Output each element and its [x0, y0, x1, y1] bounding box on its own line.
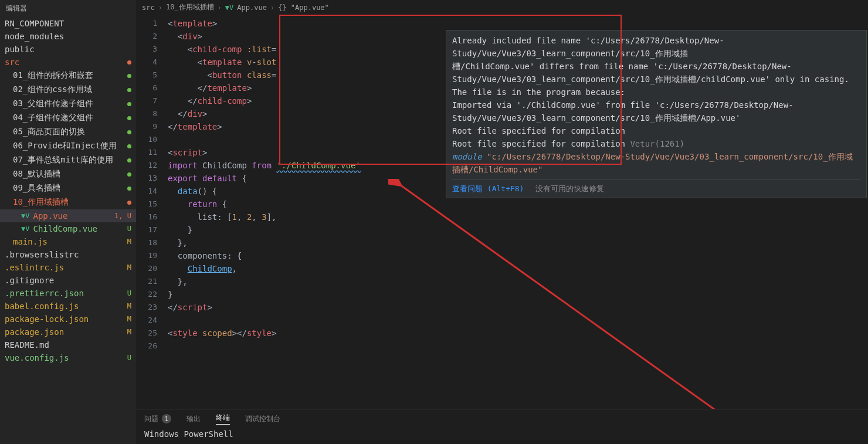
git-status: [127, 158, 131, 162]
git-status: U: [127, 289, 131, 297]
tree-item[interactable]: 10_作用域插槽: [0, 195, 136, 209]
code-line[interactable]: },: [168, 275, 868, 288]
code-line[interactable]: ChildComp,: [168, 262, 868, 275]
panel-tab[interactable]: 调试控制台: [245, 414, 280, 424]
tree-item[interactable]: node_modules: [0, 30, 136, 43]
git-status: [127, 144, 131, 148]
line-number: 8: [136, 107, 168, 120]
git-status: [127, 201, 131, 205]
tree-item-label: 06_Provide和Inject使用: [13, 141, 117, 151]
tree-item[interactable]: .browserslistrc: [0, 248, 136, 261]
tree-item-label: 07_事件总线mitt库的使用: [13, 155, 113, 165]
git-status: [127, 116, 131, 120]
code-line[interactable]: components: {: [168, 249, 868, 262]
breadcrumb-part[interactable]: 10_作用域插槽: [166, 2, 214, 12]
chevron-right-icon: ›: [270, 4, 274, 12]
tree-item[interactable]: .eslintrc.jsM: [0, 261, 136, 274]
tree-item[interactable]: 01_组件的拆分和嵌套: [0, 69, 136, 83]
line-number: 19: [136, 249, 168, 262]
module-declaration: module "c:/Users/26778/Desktop/New-Study…: [452, 150, 860, 176]
line-number: 10: [136, 133, 168, 146]
tree-item[interactable]: .gitignore: [0, 274, 136, 287]
vue-icon: V: [21, 212, 29, 220]
panel-tab[interactable]: 输出: [187, 414, 201, 424]
breadcrumb-part[interactable]: {} "App.vue": [278, 4, 329, 12]
panel-tab[interactable]: 问题1: [144, 414, 171, 424]
chevron-right-icon: ›: [218, 4, 222, 12]
tree-item[interactable]: src: [0, 56, 136, 69]
tree-item[interactable]: 02_组件的css作用域: [0, 83, 136, 97]
terminal-output[interactable]: Windows PowerShell: [136, 427, 868, 441]
git-status: [127, 102, 131, 106]
tree-item[interactable]: package.jsonM: [0, 326, 136, 338]
line-number: 7: [136, 94, 168, 107]
line-number: 17: [136, 223, 168, 236]
tree-item-label: babel.config.js: [5, 301, 79, 311]
tree-item[interactable]: vue.config.jsU: [0, 351, 136, 364]
chevron-right-icon: ›: [158, 4, 162, 12]
tree-item[interactable]: 07_事件总线mitt库的使用: [0, 153, 136, 167]
tree-item[interactable]: 04_子组件传递父组件: [0, 111, 136, 125]
line-number-gutter: 1234567891011121314151617181920212223242…: [136, 15, 168, 409]
tree-item[interactable]: .prettierrc.jsonU: [0, 287, 136, 300]
tree-item-label: 01_组件的拆分和嵌套: [13, 70, 93, 81]
line-number: 21: [136, 275, 168, 288]
tree-item[interactable]: 05_商品页面的切换: [0, 125, 136, 139]
breadcrumb-part[interactable]: App.vue: [237, 4, 267, 12]
code-line[interactable]: },: [168, 236, 868, 249]
vue-icon: V: [21, 225, 29, 233]
editor-area[interactable]: 1234567891011121314151617181920212223242…: [136, 15, 868, 409]
tree-item[interactable]: 09_具名插槽: [0, 181, 136, 195]
project-root[interactable]: RN_COMPONENT: [0, 17, 136, 30]
code-line[interactable]: <template>: [168, 17, 868, 30]
breadcrumb-part[interactable]: src: [142, 4, 155, 12]
code-line[interactable]: list: [1, 2, 3],: [168, 211, 868, 223]
line-number: 1: [136, 17, 168, 30]
bottom-panel: 问题1输出终端调试控制台 Windows PowerShell: [136, 409, 868, 444]
tree-item[interactable]: VChildComp.vueU: [0, 222, 136, 235]
code-line[interactable]: }: [168, 288, 868, 301]
tree-item[interactable]: public: [0, 43, 136, 56]
tree-item[interactable]: package-lock.jsonM: [0, 313, 136, 326]
git-status: M: [127, 315, 131, 323]
git-status: [127, 172, 131, 177]
tree-item[interactable]: 06_Provide和Inject使用: [0, 139, 136, 153]
git-status: M: [127, 328, 131, 336]
code-line[interactable]: <style scoped></style>: [168, 327, 868, 340]
git-status: M: [127, 302, 131, 310]
diagnostic-hover: Already included file name 'c:/Users/267…: [446, 30, 867, 198]
tree-item[interactable]: README.md: [0, 338, 136, 351]
line-number: 23: [136, 301, 168, 314]
tree-item-label: 10_作用域插槽: [13, 197, 69, 208]
tree-item-label: 08_默认插槽: [13, 169, 60, 179]
tree-item-label: vue.config.js: [5, 353, 69, 362]
code-line[interactable]: </script>: [168, 301, 868, 314]
view-problem-link[interactable]: 查看问题 (Alt+F8): [452, 182, 524, 195]
explorer-sidebar: 编辑器 RN_COMPONENT node_modulespublicsrc01…: [0, 0, 136, 444]
line-number: 14: [136, 185, 168, 198]
git-status: M: [127, 238, 131, 246]
problem-count-badge: 1: [162, 414, 171, 423]
tree-item[interactable]: VApp.vue1, U: [0, 209, 136, 222]
panel-tab[interactable]: 终端: [216, 413, 230, 425]
line-number: 18: [136, 236, 168, 249]
code-line[interactable]: [168, 314, 868, 327]
git-status: [127, 187, 131, 191]
tree-item-label: package.json: [5, 327, 64, 337]
git-status: U: [127, 354, 131, 362]
code-line[interactable]: }: [168, 223, 868, 236]
line-number: 26: [136, 340, 168, 353]
tree-item-label: package-lock.json: [5, 314, 89, 324]
breadcrumb[interactable]: src › 10_作用域插槽 › V App.vue › {} "App.vue…: [136, 0, 868, 15]
tree-item[interactable]: main.jsM: [0, 235, 136, 248]
tree-item-label: main.js: [13, 237, 48, 246]
hover-text-line: Root file specified for compilation: [452, 124, 860, 137]
tree-item-label: public: [5, 45, 35, 54]
line-number: 13: [136, 172, 168, 185]
tree-item-label: 03_父组件传递子组件: [13, 99, 93, 109]
tree-item[interactable]: babel.config.jsM: [0, 300, 136, 313]
code-line[interactable]: return {: [168, 198, 868, 211]
tree-item[interactable]: 03_父组件传递子组件: [0, 97, 136, 111]
tree-item[interactable]: 08_默认插槽: [0, 167, 136, 181]
code-line[interactable]: [168, 340, 868, 353]
